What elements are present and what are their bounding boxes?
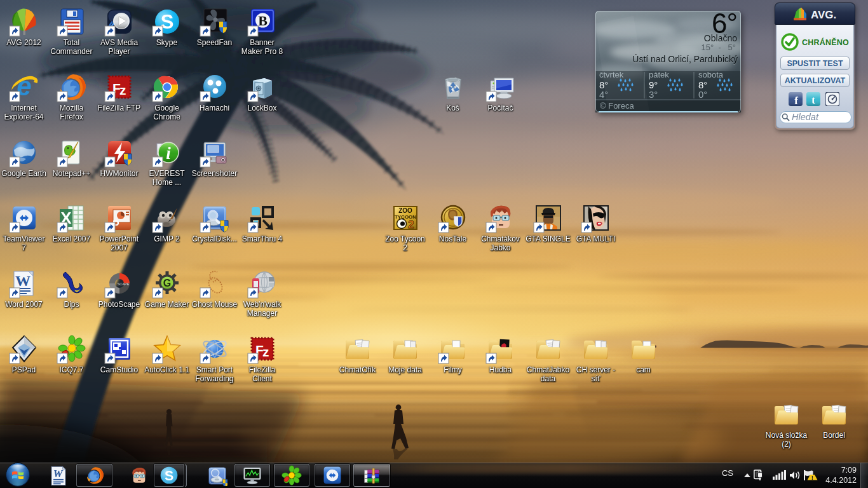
- svg-text:z: z: [119, 83, 126, 97]
- svg-text:t: t: [811, 94, 815, 106]
- svg-text:f: f: [794, 95, 798, 106]
- svg-text:W: W: [53, 468, 64, 480]
- svg-text:2: 2: [408, 219, 414, 231]
- svg-text:S: S: [165, 468, 173, 484]
- svg-text:W: W: [15, 273, 31, 289]
- svg-text:SCAPE: SCAPE: [117, 282, 129, 286]
- svg-text:z: z: [262, 344, 269, 359]
- svg-text:B: B: [258, 13, 268, 29]
- svg-text:i: i: [166, 144, 171, 163]
- svg-text:ZOO: ZOO: [398, 207, 412, 214]
- svg-text:G: G: [163, 278, 170, 288]
- svg-text:AVG.: AVG.: [811, 9, 836, 21]
